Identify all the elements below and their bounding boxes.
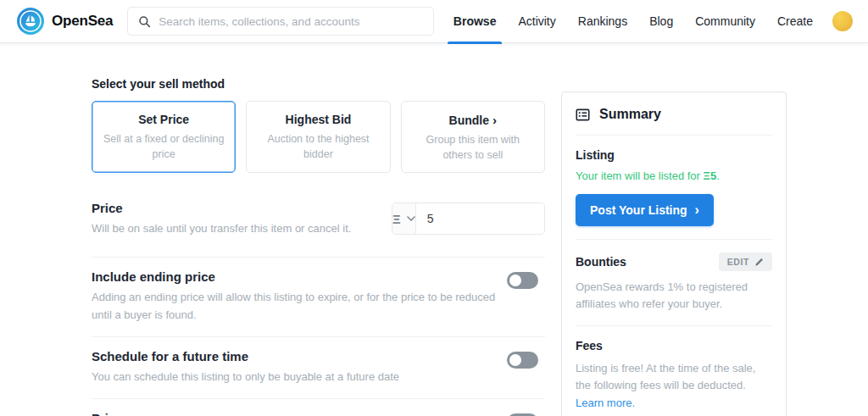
price-text: Price Will be on sale until you transfer… <box>92 201 351 237</box>
listing-section: Listing Your item will be listed for Ξ5.… <box>576 136 772 240</box>
post-listing-button[interactable]: Post Your Listing› <box>576 194 714 226</box>
sell-form: Select your sell method Set Price Sell a… <box>92 77 545 416</box>
option-title: Privacy <box>92 411 498 416</box>
toggle-knob <box>509 354 521 366</box>
toggle-knob <box>509 275 521 286</box>
price-section: Price Will be on sale until you transfer… <box>92 201 545 258</box>
chevron-right-icon: › <box>695 206 699 214</box>
summary-card: Summary Listing Your item will be listed… <box>561 92 787 416</box>
summary-header: Summary <box>576 107 772 136</box>
toggle-text: Include ending price Adding an ending pr… <box>92 269 498 323</box>
main-content: Select your sell method Set Price Sell a… <box>0 43 868 416</box>
currency-selector[interactable]: Ξ <box>392 203 416 234</box>
nav-links: Browse Activity Rankings Blog Community … <box>442 0 824 43</box>
option-description: You can schedule this listing to only be… <box>92 369 399 385</box>
listing-title: Listing <box>576 148 772 162</box>
price-input-group: Ξ <box>392 202 545 235</box>
summary-title: Summary <box>599 107 661 122</box>
nav-link-activity[interactable]: Activity <box>507 0 566 43</box>
search-bar[interactable] <box>127 7 434 36</box>
edit-bounty-button[interactable]: EDIT <box>719 252 772 271</box>
page-title: Select your sell method <box>92 77 545 91</box>
nav-link-browse[interactable]: Browse <box>442 0 508 43</box>
method-description: Sell at a fixed or declining price <box>101 131 226 162</box>
chevron-down-icon <box>407 216 415 221</box>
nav-link-community[interactable]: Community <box>684 0 766 43</box>
fees-title: Fees <box>576 339 772 352</box>
brand-name: OpenSea <box>52 13 113 30</box>
method-card-set-price[interactable]: Set Price Sell at a fixed or declining p… <box>92 101 236 173</box>
privacy-row: Privacy You can keep your listing public… <box>92 399 545 416</box>
include-ending-price-row: Include ending price Adding an ending pr… <box>92 258 545 336</box>
nav-link-create[interactable]: Create <box>766 0 824 43</box>
toggle-text: Schedule for a future time You can sched… <box>92 349 399 385</box>
fees-description: Listing is free! At the time of the sale… <box>576 360 772 411</box>
schedule-row: Schedule for a future time You can sched… <box>92 337 545 399</box>
bounties-description: OpenSea rewards 1% to registered affilia… <box>576 279 772 313</box>
ending-price-toggle[interactable] <box>507 272 538 289</box>
search-icon <box>138 15 151 28</box>
option-description: Adding an ending price will allow this l… <box>92 289 498 323</box>
method-title: Highest Bid <box>255 113 381 126</box>
nav-link-rankings[interactable]: Rankings <box>567 0 638 43</box>
summary-column: Summary Listing Your item will be listed… <box>561 92 787 416</box>
pencil-icon <box>754 258 764 267</box>
bounties-header: Bounties EDIT <box>576 252 772 271</box>
price-description: Will be on sale until you transfer this … <box>92 220 351 237</box>
method-description: Auction to the highest bidder <box>255 131 381 162</box>
fees-section: Fees Listing is free! At the time of the… <box>576 326 772 416</box>
opensea-logo[interactable]: OpenSea <box>17 8 113 35</box>
top-navbar: OpenSea Browse Activity Rankings Blog Co… <box>0 0 868 43</box>
opensea-ship-icon <box>17 8 44 35</box>
schedule-toggle[interactable] <box>507 352 538 369</box>
nav-link-blog[interactable]: Blog <box>638 0 684 43</box>
bounties-section: Bounties EDIT OpenSea rewards 1% to regi… <box>576 240 772 326</box>
chevron-right-icon: › <box>492 113 497 127</box>
method-card-bundle[interactable]: Bundle› Group this item with others to s… <box>401 101 545 173</box>
method-title: Set Price <box>101 113 226 126</box>
method-title: Bundle› <box>410 113 536 127</box>
toggle-text: Privacy You can keep your listing public… <box>92 411 498 416</box>
option-title: Include ending price <box>92 269 498 284</box>
learn-more-link[interactable]: Learn more. <box>576 397 635 409</box>
user-avatar[interactable] <box>832 11 853 31</box>
search-input[interactable] <box>159 15 423 28</box>
listing-note: Your item will be listed for Ξ5. <box>576 169 772 182</box>
price-title: Price <box>92 201 351 215</box>
eth-icon: Ξ <box>392 212 401 226</box>
sell-method-cards: Set Price Sell at a fixed or declining p… <box>92 101 545 173</box>
price-amount-input[interactable] <box>416 203 545 234</box>
method-card-highest-bid[interactable]: Highest Bid Auction to the highest bidde… <box>246 101 390 173</box>
summary-list-icon <box>576 108 590 122</box>
bounties-title: Bounties <box>576 255 626 269</box>
listing-price: Ξ5 <box>704 169 717 182</box>
option-title: Schedule for a future time <box>92 349 399 363</box>
method-description: Group this item with others to sell <box>410 132 536 163</box>
